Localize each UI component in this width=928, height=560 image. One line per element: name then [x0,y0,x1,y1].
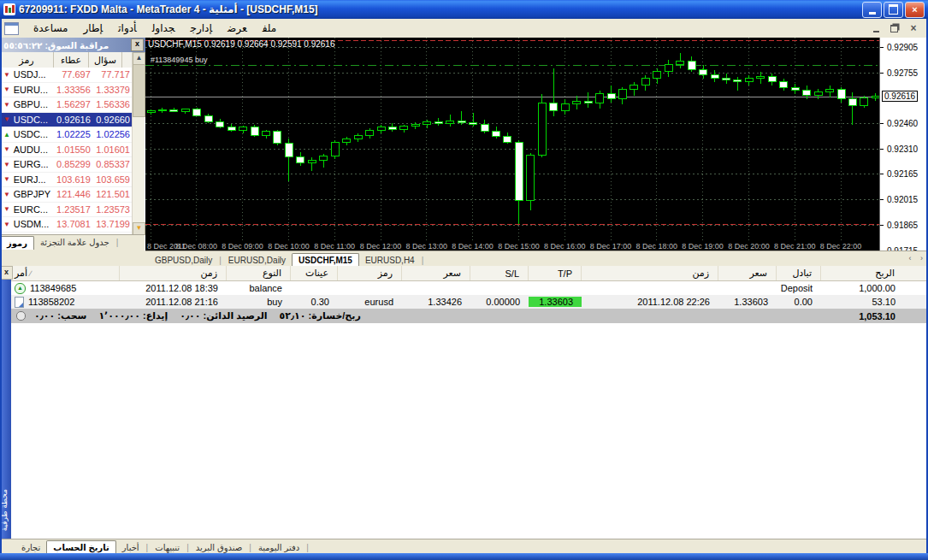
chart-tab-3[interactable]: EURUSD,H4 [359,255,421,267]
terminal-header: أمر∕زمنالنوععيناترمزسعرS/LT/Pزمنسعرتبادل… [11,266,928,281]
symbol-name: GBPJPY [14,189,54,199]
price-chart[interactable]: 8 Dec 20118 Dec 08:008 Dec 09:008 Dec 10… [145,38,879,251]
scroll-thumb[interactable] [133,64,145,117]
minimize-button[interactable] [862,2,882,18]
terminal-column-type[interactable]: النوع [227,266,291,280]
menu-view[interactable]: عرض [220,21,255,36]
terminal-tab-2[interactable]: أخبار [116,542,145,554]
arrow-down-icon: ▼ [0,145,14,153]
market-watch-tab-0[interactable]: رموز [0,236,34,250]
market-watch-scrollbar[interactable]: ▲ ▼ [132,52,145,235]
menu-insert[interactable]: إدارج [183,21,221,36]
symbol-name: USDC... [14,115,54,125]
market-watch-close-button[interactable]: x [131,38,144,51]
column-symbol[interactable]: رمز [0,52,54,68]
menu-file[interactable]: ملف [255,21,284,36]
terminal-column-sl[interactable]: S/L [470,266,529,280]
terminal-tab-4[interactable]: صندوق البريد [190,542,249,554]
arrow-down-icon: ▼ [0,115,14,123]
bid-value: 77.697 [54,69,93,80]
bid-value: 0.85299 [54,159,93,169]
chart-tab-0[interactable]: GBPUSD,Daily [149,255,218,267]
market-watch-row[interactable]: ▼USDJ...77.69777.717 [0,68,133,83]
tab-separator: | [115,238,120,249]
terminal-column-price[interactable]: سعر [402,266,470,280]
svg-text:8 Dec 09:00: 8 Dec 09:00 [222,242,263,251]
bid-value: 121.446 [54,189,93,199]
menu-tools[interactable]: أدوات [110,21,144,36]
menu-window[interactable]: إطار [76,21,111,36]
terminal-tab-5[interactable]: دفتر اليومية [252,542,305,554]
svg-text:8 Dec 21:00: 8 Dec 21:00 [774,242,816,251]
market-watch-row[interactable]: ▼EURC...1.235171.23573 [0,203,133,218]
terminal-column-lots[interactable]: عينات [291,266,338,280]
terminal-column-time[interactable]: زمن [120,266,227,280]
svg-text:8 Dec 13:00: 8 Dec 13:00 [406,242,448,251]
terminal-close-button[interactable]: x [0,266,13,280]
bid-value: 0.92616 [54,115,93,125]
market-watch-row[interactable]: ▼EURJ...103.619103.659 [0,173,133,188]
chart-tab-2[interactable]: USDCHF,M15 [292,253,359,267]
summary-label: إيداع: [140,310,168,321]
history-row[interactable]: 1138582022011.12.08 21:16buy0.30eurusd1.… [11,295,928,309]
bid-value: 1.01550 [54,144,93,155]
column-label: زمن [200,268,217,279]
market-watch-row[interactable]: ▼EURG...0.852990.85337 [0,157,133,173]
ask-value: 1.01601 [93,144,133,155]
open-price-cell: 1.33426 [402,297,470,307]
order-number: 113849685 [30,283,76,293]
swap-cell: Deposit [777,283,821,293]
window-title: 67209911: FXDD Malta - MetaTrader 4 - أم… [19,3,318,15]
menu-charts[interactable]: جداول [145,21,183,36]
market-watch-row[interactable]: ▲USDC...1.022251.02256 [0,127,133,143]
child-minimize-button[interactable] [870,23,882,34]
take-profit-cell: 1.33603 [529,297,582,307]
price-scale[interactable]: 0.929050.927550.924600.923100.921650.920… [879,38,928,251]
market-watch-tab-1[interactable]: جدول علامة التجزئة [34,237,115,249]
close-price-cell: 1.33603 [718,297,777,307]
child-close-button[interactable]: × [907,23,919,34]
title-bar: 67209911: FXDD Malta - MetaTrader 4 - أم… [0,0,928,19]
summary-icon [16,311,26,321]
terminal-column-price2[interactable]: سعر [718,266,777,280]
scroll-up-icon[interactable]: ▲ [133,52,145,65]
market-watch-row[interactable]: ▼EURU...1.333561.33379 [0,83,133,98]
terminal-tab-1[interactable]: تاريخ الحساب [46,540,115,554]
terminal-column-order[interactable]: أمر∕ [11,266,120,280]
chart-tab-1[interactable]: EURUSD,Daily [222,255,292,267]
menu-help[interactable]: مساعدة [26,21,76,36]
type-cell: buy [227,297,291,307]
svg-text:8 Dec 18:00: 8 Dec 18:00 [636,242,678,251]
market-watch-row[interactable]: ▼USDC...0.926160.92660 [0,113,133,128]
column-bid[interactable]: عطاء [54,52,89,68]
terminal-column-swap[interactable]: تبادل [777,266,821,280]
column-label: الربح [875,268,895,279]
market-watch-row[interactable]: ▼GBPJPY121.446121.501 [0,187,133,203]
maximize-button[interactable] [884,2,903,18]
market-watch-row[interactable]: ▼AUDU...1.015501.01601 [0,143,133,158]
market-watch-row[interactable]: ▼GBPU...1.562971.56336 [0,97,133,113]
close-button[interactable]: × [905,2,925,18]
chart-tab-nav-arrows[interactable]: ‹ › [909,254,927,262]
column-label: أمر [15,268,27,279]
summary-item: ربح/خسارة: ٥٢٫١٠ [280,310,361,321]
market-watch-panel: مراقبة السوق: ٥٥:٥٦:٢٢ x رمز عطاء سؤال ▼… [0,38,146,251]
market-watch-row[interactable]: ▼USDM...13.708113.7199 [0,217,133,233]
child-restore-button[interactable] [889,23,901,34]
terminal-summary-row: ربح/خسارة: ٥٢٫١٠الرصيد الدائن: ٠٫٠٠إيداع… [11,309,928,323]
summary-value: ١٬٠٠٠٫٠٠ [98,310,140,321]
svg-text:8 Dec 11:00: 8 Dec 11:00 [314,242,355,251]
summary-label: ربح/خسارة: [306,310,361,321]
market-watch-titlebar: مراقبة السوق: ٥٥:٥٦:٢٢ x [0,38,145,52]
terminal-column-profit[interactable]: الربح [821,266,928,280]
scroll-down-icon[interactable]: ▼ [133,222,145,235]
terminal-tab-3[interactable]: تنبيهات [149,542,186,554]
bid-value: 1.23517 [54,204,93,215]
terminal-tab-0[interactable]: تجارة [15,542,46,554]
terminal-column-time2[interactable]: زمن [582,266,718,280]
ask-value: 1.23573 [93,204,133,215]
terminal-column-symbol[interactable]: رمز [338,266,402,280]
column-ask[interactable]: سؤال [89,52,122,68]
history-row[interactable]: ▲1138496852011.12.08 18:39balanceDeposit… [11,281,928,295]
terminal-column-tp[interactable]: T/P [529,266,582,280]
